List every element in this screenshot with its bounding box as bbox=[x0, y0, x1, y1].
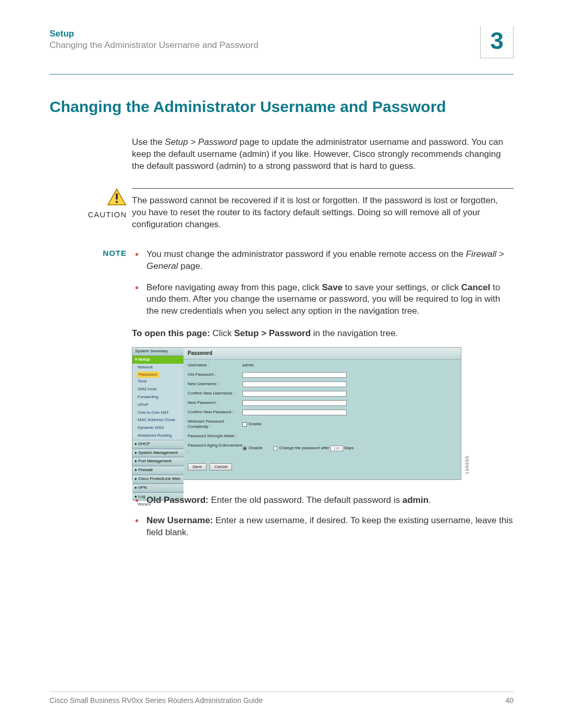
panel-title: Password bbox=[183, 348, 461, 360]
open-page-line: To open this page: Click Setup > Passwor… bbox=[132, 328, 513, 340]
image-id: 196695 bbox=[464, 455, 470, 474]
sidebar-group-system-management[interactable]: ▸ System Management bbox=[132, 449, 183, 458]
aging-disable-radio[interactable] bbox=[242, 446, 247, 451]
field-desc-item: New Username: Enter a new username, if d… bbox=[132, 515, 513, 539]
page-title: Changing the Administrator Username and … bbox=[50, 98, 513, 116]
aging-change-after-radio[interactable] bbox=[273, 446, 278, 451]
sidebar-group-setup[interactable]: ▾ Setup bbox=[132, 356, 183, 364]
sidebar-item-system-summary[interactable]: System Summary bbox=[132, 348, 183, 356]
sidebar-group-protectlink[interactable]: ▸ Cisco ProtectLink Web bbox=[132, 475, 183, 484]
sidebar-group-port-management[interactable]: ▸ Port Management bbox=[132, 457, 183, 466]
sidebar-item-forwarding[interactable]: Forwarding bbox=[132, 393, 183, 401]
screenshot-sidebar: System Summary ▾ Setup Network Password … bbox=[132, 348, 183, 479]
intro-path: Setup > Password bbox=[165, 137, 237, 147]
sidebar-item-dynamic-dns[interactable]: Dynamic DNS bbox=[132, 424, 183, 432]
caution-block: CAUTION The password cannot be recovered… bbox=[50, 188, 513, 231]
sidebar-item-dmz-host[interactable]: DMZ Host bbox=[132, 386, 183, 393]
min-complexity-label: Minimum Password Complexity : bbox=[188, 419, 242, 430]
save-button[interactable]: Save bbox=[188, 463, 206, 471]
confirm-username-input[interactable] bbox=[242, 391, 347, 397]
caution-text: The password cannot be recovered if it i… bbox=[132, 188, 513, 231]
footer-title: Cisco Small Business RV0xx Series Router… bbox=[50, 696, 263, 705]
chapter-number: 3 bbox=[490, 29, 504, 53]
svg-rect-1 bbox=[116, 193, 118, 199]
sidebar-item-advanced-routing[interactable]: Advanced Routing bbox=[132, 432, 183, 440]
cancel-button[interactable]: Cancel bbox=[210, 463, 232, 471]
confirm-username-label: Confirm New Username : bbox=[188, 391, 242, 397]
header-subtitle: Changing the Administrator Username and … bbox=[50, 40, 259, 51]
enable-complexity-checkbox[interactable] bbox=[242, 422, 247, 427]
new-password-label: New Password : bbox=[188, 400, 242, 406]
chapter-number-box: 3 bbox=[480, 26, 513, 58]
sidebar-group-firewall[interactable]: ▸ Firewall bbox=[132, 466, 183, 475]
note-item: Before navigating away from this page, c… bbox=[132, 282, 513, 318]
header-section: Setup bbox=[50, 29, 259, 39]
old-password-label: Old Password : bbox=[188, 372, 242, 378]
strength-meter-label: Password Strength Meter : bbox=[188, 434, 242, 439]
note-block: NOTE You must change the administrator p… bbox=[50, 249, 513, 547]
new-username-label: New Username : bbox=[188, 381, 242, 387]
new-password-input[interactable] bbox=[242, 400, 347, 406]
embedded-screenshot: System Summary ▾ Setup Network Password … bbox=[132, 347, 461, 480]
aging-label: Password Aging Enforcement : bbox=[188, 443, 242, 454]
confirm-password-input[interactable] bbox=[242, 410, 347, 415]
note-list: You must change the administrator passwo… bbox=[132, 249, 513, 318]
sidebar-item-upnp[interactable]: UPnP bbox=[132, 401, 183, 409]
svg-rect-2 bbox=[116, 201, 118, 203]
caution-label: CAUTION bbox=[50, 210, 127, 219]
footer-page-number: 40 bbox=[505, 696, 513, 705]
sidebar-item-time[interactable]: Time bbox=[132, 378, 183, 386]
sidebar-item-mac-clone[interactable]: MAC Address Clone bbox=[132, 416, 183, 424]
aging-days-input[interactable]: 180 bbox=[331, 446, 343, 451]
sidebar-item-one-to-one-nat[interactable]: One-to-One NAT bbox=[132, 409, 183, 417]
intro-paragraph: Use the Setup > Password page to update … bbox=[132, 137, 513, 172]
sidebar-group-vpn[interactable]: ▸ VPN bbox=[132, 484, 183, 492]
sidebar-item-password[interactable]: Password bbox=[137, 372, 159, 378]
caution-icon bbox=[107, 188, 127, 206]
old-password-input[interactable] bbox=[242, 372, 347, 378]
new-username-input[interactable] bbox=[242, 381, 347, 387]
sidebar-item-network[interactable]: Network bbox=[132, 364, 183, 372]
sidebar-group-dhcp[interactable]: ▸ DHCP bbox=[132, 440, 183, 449]
note-label: NOTE bbox=[50, 249, 127, 257]
field-descriptions: Old Password: Enter the old password. Th… bbox=[132, 495, 513, 539]
username-value: admin bbox=[242, 363, 254, 368]
page-footer: Cisco Small Business RV0xx Series Router… bbox=[50, 692, 513, 705]
field-desc-item: Old Password: Enter the old password. Th… bbox=[132, 495, 513, 507]
username-label: Username : bbox=[188, 363, 242, 368]
running-header: Setup Changing the Administrator Usernam… bbox=[50, 29, 513, 75]
note-item: You must change the administrator passwo… bbox=[132, 249, 513, 273]
confirm-password-label: Confirm New Password : bbox=[188, 410, 242, 415]
